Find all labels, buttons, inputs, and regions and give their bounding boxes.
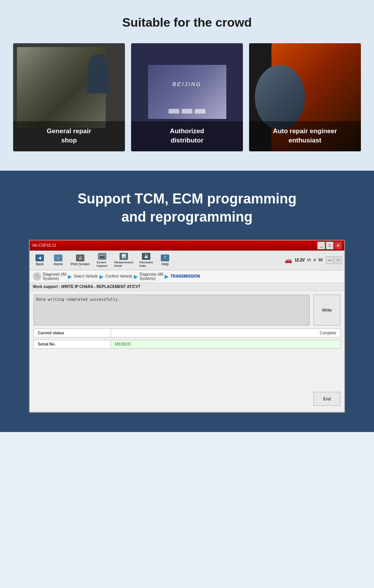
- screen-capture-button[interactable]: 📷 ScreenCapture: [94, 252, 110, 268]
- measurement-mode-button[interactable]: 📊 MeasurementMode: [113, 252, 135, 268]
- beijing-brand-text: BEIJING: [172, 81, 201, 87]
- serial-number-value: M836935: [111, 340, 340, 348]
- software-toolbar: ◀ Back ⌂ Home 🖨 Print Screen 📷 ScreenCap…: [30, 251, 344, 270]
- print-screen-icon: 🖨: [76, 254, 84, 261]
- programming-section: Support TCM, ECM programming and reprogr…: [0, 171, 374, 432]
- home-icon: ⌂: [54, 254, 62, 261]
- write-button[interactable]: Write: [313, 295, 340, 325]
- crowd-section: Suitable for the crowd General repair sh…: [0, 0, 374, 171]
- recorded-data-icon: 💾: [142, 253, 150, 260]
- car-shape-2: [182, 109, 192, 114]
- vi-display: VI: [307, 258, 310, 262]
- breadcrumb-arrow-3: ▶: [134, 273, 138, 280]
- software-main-content: Write Current status Complete Serial No.…: [30, 291, 344, 412]
- measurement-icon: 📊: [120, 253, 128, 260]
- current-status-value: Complete: [111, 329, 340, 337]
- mi-display: MI: [318, 258, 323, 262]
- crowd-cards-container: General repair shop BEIJING Authorized d…: [12, 43, 362, 151]
- back-icon: ◀: [35, 254, 44, 261]
- sw-maximize-btn[interactable]: □: [334, 256, 342, 264]
- current-status-label: Current status: [34, 329, 111, 337]
- breadcrumb-label-2: Select Vehicle: [74, 274, 98, 278]
- end-button[interactable]: End: [313, 392, 340, 406]
- breadcrumb-label-4: Diagnosis (AllSystems): [140, 272, 163, 281]
- card-repair-shop: General repair shop: [13, 43, 125, 151]
- close-button[interactable]: ✕: [334, 242, 342, 249]
- recorded-data-button[interactable]: 💾 RecordedData: [138, 252, 154, 268]
- empty-area: [34, 351, 340, 390]
- breadcrumb-item-1: 🔧 Diagnosis (AllSystems): [33, 272, 66, 281]
- breadcrumb: 🔧 Diagnosis (AllSystems) ▶ Select Vehicl…: [30, 270, 344, 283]
- sw-minimize-btn[interactable]: —: [326, 256, 334, 264]
- diagnosis-icon: 🔧: [33, 272, 41, 281]
- breadcrumb-arrow-1: ▶: [68, 273, 72, 280]
- status-items: 🚗 12.2V VI ✕ MI: [285, 256, 323, 264]
- breadcrumb-label-3: Confirm Vehicle: [105, 274, 132, 278]
- crowd-title: Suitable for the crowd: [12, 15, 362, 30]
- breadcrumb-label-5: TRANSMISSION: [170, 274, 200, 278]
- help-icon: ?: [161, 254, 169, 261]
- maximize-button[interactable]: □: [326, 242, 334, 249]
- car-shape-1: [168, 109, 179, 114]
- serial-number-label: Serial No.: [34, 340, 111, 348]
- distributor-label: Authorized distributor: [131, 121, 243, 151]
- current-status-row: Current status Complete: [34, 329, 340, 337]
- screen-capture-icon: 📷: [98, 253, 106, 260]
- serial-number-row: Serial No. M836935: [34, 340, 340, 349]
- breadcrumb-arrow-2: ▶: [99, 273, 104, 280]
- data-write-row: Write: [34, 295, 340, 325]
- titlebar-controls: _ □ ✕: [317, 242, 342, 249]
- repair-shop-label: General repair shop: [13, 121, 125, 151]
- programming-title: Support TCM, ECM programming and reprogr…: [12, 190, 362, 226]
- home-button[interactable]: ⌂ Home: [51, 254, 66, 267]
- software-titlebar: Ver.CSP16.11 _ □ ✕: [30, 241, 344, 251]
- work-support-bar: Work support : WRITE IP CHARA - REPLACEM…: [30, 283, 344, 291]
- car-shape-3: [195, 109, 206, 114]
- back-button[interactable]: ◀ Back: [32, 254, 47, 267]
- breadcrumb-label-1: Diagnosis (AllSystems): [43, 272, 66, 281]
- voltage-display: 12.2V: [295, 258, 305, 262]
- car-icon: 🚗: [285, 256, 292, 264]
- window-buttons: — □: [326, 256, 342, 264]
- card-engineer-enthusiast: Auto repair engineer enthusiast: [249, 43, 361, 151]
- card-authorized-distributor: BEIJING Authorized distributor: [131, 43, 243, 151]
- data-output-area: [34, 295, 310, 325]
- cars-row: [153, 109, 221, 114]
- software-window: Ver.CSP16.11 _ □ ✕ ◀ Back ⌂ Home 🖨 Print…: [29, 240, 345, 413]
- engineer-label: Auto repair engineer enthusiast: [249, 121, 361, 151]
- software-version: Ver.CSP16.11: [32, 243, 56, 247]
- print-screen-button[interactable]: 🖨 Print Screen: [69, 254, 91, 267]
- bottom-action-row: End: [34, 390, 340, 408]
- help-button[interactable]: ? Help: [157, 254, 173, 267]
- minimize-button[interactable]: _: [317, 242, 325, 249]
- breadcrumb-arrow-4: ▶: [165, 273, 169, 280]
